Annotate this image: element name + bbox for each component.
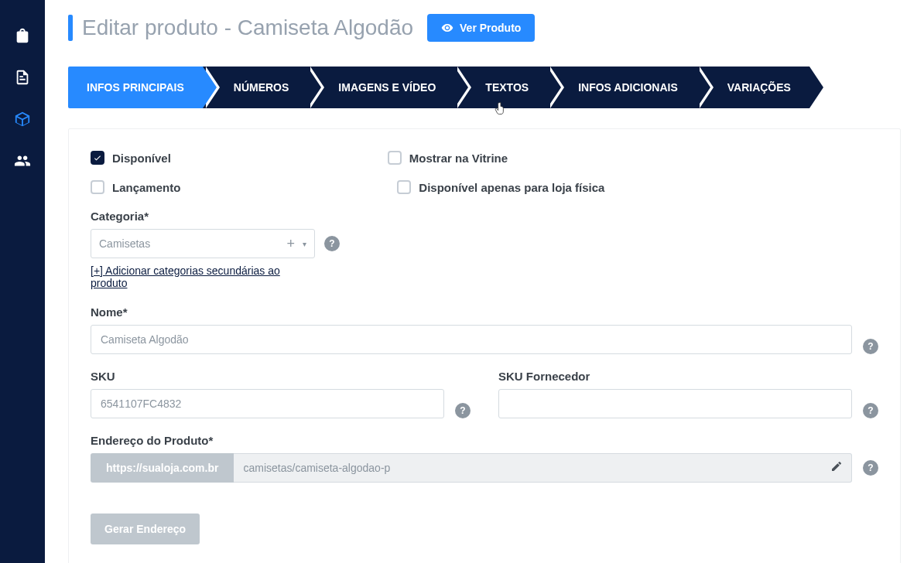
field-endereco: Endereço do Produto* https://sualoja.com… — [91, 434, 878, 483]
help-icon[interactable]: ? — [863, 339, 878, 354]
page-title: Editar produto - Camiseta Algodão — [68, 15, 413, 41]
field-categoria: Categoria* Camisetas + ▾ ? [+] Adicionar… — [91, 210, 878, 290]
field-sku: SKU ? — [91, 370, 471, 418]
checkbox-row-1: Disponível Mostrar na Vitrine — [91, 151, 878, 165]
form-card: Disponível Mostrar na Vitrine Lançamento… — [68, 128, 901, 563]
checkbox-disponivel[interactable]: Disponível — [91, 151, 171, 165]
page-title-text: Editar produto - Camiseta Algodão — [82, 15, 413, 40]
endereco-input[interactable] — [234, 453, 852, 483]
checkbox-lancamento[interactable]: Lançamento — [91, 180, 180, 194]
step-infos-principais[interactable]: INFOS PRINCIPAIS — [68, 67, 203, 108]
checkbox-label: Disponível — [112, 152, 171, 165]
view-product-label: Ver Produto — [460, 22, 521, 34]
sku-fornecedor-label: SKU Fornecedor — [498, 370, 878, 383]
main-content: Editar produto - Camiseta Algodão Ver Pr… — [45, 0, 924, 563]
help-icon[interactable]: ? — [863, 460, 878, 476]
title-accent-bar — [68, 15, 73, 41]
nome-label: Nome* — [91, 305, 878, 319]
checkbox-label: Lançamento — [112, 181, 180, 194]
help-icon[interactable]: ? — [324, 236, 340, 251]
view-product-button[interactable]: Ver Produto — [427, 14, 535, 42]
sidebar — [0, 0, 45, 563]
field-nome: Nome* ? — [91, 305, 878, 354]
nome-input[interactable] — [91, 325, 852, 354]
categoria-actions: + ▾ — [286, 236, 306, 252]
help-icon[interactable]: ? — [863, 403, 878, 418]
gerar-endereco-button[interactable]: Gerar Endereço — [91, 514, 200, 544]
field-sku-fornecedor: SKU Fornecedor ? — [498, 370, 878, 418]
cursor-pointer-icon — [493, 101, 508, 119]
steps-nav: INFOS PRINCIPAIS NÚMEROS IMAGENS E VÍDEO… — [68, 67, 901, 108]
checkbox-loja-fisica[interactable]: Disponível apenas para loja física — [397, 180, 604, 194]
categoria-select[interactable]: Camisetas + ▾ — [91, 229, 315, 258]
checkbox-row-2: Lançamento Disponível apenas para loja f… — [91, 180, 878, 194]
box-icon[interactable] — [13, 110, 32, 128]
checkbox-box — [388, 151, 402, 165]
document-icon[interactable] — [13, 68, 32, 87]
shopping-bag-icon[interactable] — [13, 26, 32, 45]
checkbox-box — [91, 151, 104, 165]
page-header: Editar produto - Camiseta Algodão Ver Pr… — [68, 14, 901, 42]
categoria-label: Categoria* — [91, 210, 878, 223]
sku-fornecedor-input[interactable] — [498, 389, 852, 418]
eye-icon — [441, 22, 453, 34]
add-secondary-categories-link[interactable]: [+] Adicionar categorias secundárias ao … — [91, 264, 315, 289]
categoria-value: Camisetas — [99, 237, 150, 250]
url-prefix: https://sualoja.com.br — [91, 453, 234, 483]
checkbox-box — [397, 180, 411, 194]
plus-icon[interactable]: + — [286, 236, 295, 252]
checkbox-box — [91, 180, 104, 194]
step-imagens-video[interactable]: IMAGENS E VÍDEO — [307, 67, 454, 108]
help-icon[interactable]: ? — [455, 403, 471, 418]
step-infos-adicionais[interactable]: INFOS ADICIONAIS — [547, 67, 696, 108]
people-icon[interactable] — [13, 152, 32, 170]
checkbox-label: Mostrar na Vitrine — [409, 152, 508, 165]
pencil-icon[interactable] — [830, 460, 843, 476]
checkbox-vitrine[interactable]: Mostrar na Vitrine — [388, 151, 508, 165]
sku-label: SKU — [91, 370, 471, 383]
chevron-down-icon[interactable]: ▾ — [303, 240, 306, 248]
endereco-label: Endereço do Produto* — [91, 434, 878, 447]
checkbox-label: Disponível apenas para loja física — [419, 181, 604, 194]
sku-input[interactable] — [91, 389, 444, 418]
